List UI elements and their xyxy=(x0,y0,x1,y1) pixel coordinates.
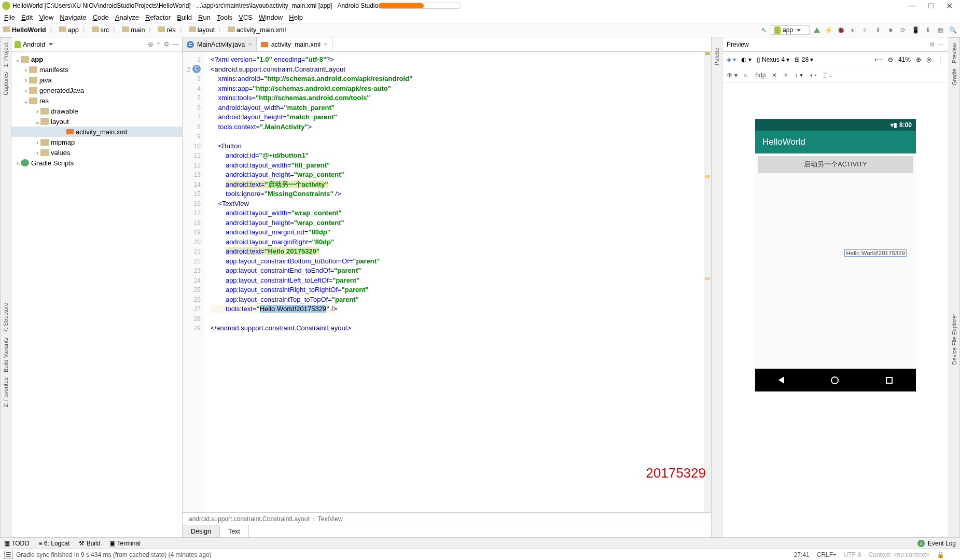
api-combo[interactable]: ⊞ 28 ▾ xyxy=(795,56,813,63)
crumb-item[interactable]: src xyxy=(92,26,109,34)
hide-icon[interactable]: — xyxy=(173,40,179,48)
menu-help[interactable]: Help xyxy=(289,13,303,21)
back-icon[interactable] xyxy=(778,376,784,384)
magnet-icon[interactable]: ⊾ xyxy=(744,72,749,79)
tree-row-activity-main-xml[interactable]: activity_main.xml xyxy=(11,127,182,137)
avd-manager-icon[interactable]: 📱 xyxy=(911,26,920,34)
menu-build[interactable]: Build xyxy=(177,13,192,21)
back-arrow-icon[interactable]: ↖ xyxy=(761,26,767,34)
menu-analyze[interactable]: Analyze xyxy=(115,13,139,21)
side-preview[interactable]: Preview xyxy=(951,43,957,63)
crumb-item[interactable]: main xyxy=(122,26,145,34)
tree-row-layout[interactable]: ⌄layout xyxy=(11,116,182,127)
encoding[interactable]: UTF-8 xyxy=(844,551,861,558)
side-device-explorer[interactable]: Device File Explorer xyxy=(951,314,957,365)
context[interactable]: Context: <no context> xyxy=(869,551,929,558)
locale-icon[interactable]: ›— xyxy=(874,56,883,63)
tool-build[interactable]: ⚒ Build xyxy=(79,540,100,547)
phone-button[interactable]: 启动另一个ACTIVITY xyxy=(758,156,913,173)
close-button[interactable]: ✕ xyxy=(946,1,953,11)
attach-debugger-icon[interactable]: ⬇ xyxy=(874,26,882,34)
menu-tools[interactable]: Tools xyxy=(217,13,232,21)
menu-code[interactable]: Code xyxy=(93,13,109,21)
crumb-item[interactable]: HelloWorld xyxy=(3,26,46,34)
crumb-item[interactable]: app xyxy=(59,26,79,34)
recent-icon[interactable] xyxy=(886,377,893,384)
maximize-button[interactable]: □ xyxy=(928,1,934,11)
crumb-item[interactable]: res xyxy=(158,26,175,34)
side-gradle[interactable]: Gradle xyxy=(951,68,957,86)
pack-icon[interactable]: ↕ ▾ xyxy=(795,72,802,79)
tree-row-java[interactable]: ›java xyxy=(11,75,182,85)
menu-navigate[interactable]: Navigate xyxy=(60,13,86,21)
menu-file[interactable]: File xyxy=(4,13,15,21)
run-button[interactable] xyxy=(814,27,820,33)
stop-icon[interactable]: ■ xyxy=(886,26,895,34)
crumb-node[interactable]: TextView xyxy=(318,515,343,523)
chevron-down-icon[interactable] xyxy=(49,43,53,46)
menu-refactor[interactable]: Refactor xyxy=(145,13,171,21)
tree-row-manifests[interactable]: ›manifests xyxy=(11,64,182,75)
editor-tab-activity-main-xml[interactable]: activity_main.xml× xyxy=(257,37,332,51)
orientation-icon[interactable]: ◐ ▾ xyxy=(741,56,751,63)
crumb-root[interactable]: android.support.constraint.ConstraintLay… xyxy=(189,515,310,523)
device-combo[interactable]: ▯ Nexus 4 ▾ xyxy=(757,56,790,63)
tree-row-gradle-scripts[interactable]: ›Gradle Scripts xyxy=(11,158,182,168)
home-icon[interactable] xyxy=(831,376,839,384)
sync-icon[interactable]: ⟳ xyxy=(899,26,907,34)
sdk-manager-icon[interactable]: ⬇ xyxy=(924,26,932,34)
menu-window[interactable]: Window xyxy=(259,13,283,21)
side-project[interactable]: 1: Project xyxy=(3,43,9,67)
side-favorites[interactable]: 2: Favorites xyxy=(3,377,9,407)
status-menu-icon[interactable]: ☰ xyxy=(4,551,13,559)
zoom-fit-icon[interactable]: ⊖ xyxy=(888,56,893,63)
tool-todo[interactable]: ▦ TODO xyxy=(4,540,30,547)
zoom-in-icon[interactable]: ⊕ xyxy=(916,56,921,63)
crumb-item[interactable]: layout xyxy=(189,26,215,34)
tree-row-drawable[interactable]: ›drawable xyxy=(11,106,182,116)
close-icon[interactable]: × xyxy=(324,40,328,48)
tree-row-generatedjava[interactable]: ›generatedJava xyxy=(11,85,182,95)
apply-changes-icon[interactable]: ⚡ xyxy=(824,26,832,34)
cursor-position[interactable]: 27:41 xyxy=(794,551,810,558)
tool-terminal[interactable]: ▣ Terminal xyxy=(109,540,140,547)
tree-row-res[interactable]: ⌄res xyxy=(11,95,182,106)
profile-icon[interactable]: ⏵ xyxy=(849,26,857,34)
tree-row-mipmap[interactable]: ›mipmap xyxy=(11,137,182,147)
menu-vcs[interactable]: VCS xyxy=(239,13,253,21)
menu-run[interactable]: Run xyxy=(198,13,211,21)
hide-icon[interactable]: — xyxy=(938,41,944,48)
eye-icon[interactable]: 👁 ▾ xyxy=(727,72,738,79)
event-log[interactable]: Event Log xyxy=(928,540,956,547)
side-build-variants[interactable]: Build Variants xyxy=(3,338,9,372)
preview-canvas[interactable]: ▾▮ 8:00 HelloWorld 启动另一个ACTIVITY Hello W… xyxy=(722,83,949,537)
minimize-button[interactable]: — xyxy=(908,1,916,11)
clear-constraints-icon[interactable]: ✕ xyxy=(772,72,777,79)
tree-row-values[interactable]: ›values xyxy=(11,147,182,158)
palette-label[interactable]: Palette xyxy=(714,48,720,65)
project-structure-icon[interactable]: ▦ xyxy=(936,26,944,34)
run-configuration-combo[interactable]: app xyxy=(771,25,810,35)
side-structure[interactable]: 7: Structure xyxy=(3,303,9,332)
debug-icon[interactable]: 🐞 xyxy=(837,26,845,34)
dp-value[interactable]: 8dp xyxy=(755,72,766,79)
tab-text[interactable]: Text xyxy=(220,525,249,537)
side-captures[interactable]: Captures xyxy=(3,72,9,95)
project-tree[interactable]: ⌄app›manifests›java›generatedJava⌄res›dr… xyxy=(11,52,182,537)
close-icon[interactable]: × xyxy=(248,40,252,48)
search-icon[interactable]: 🔍 xyxy=(949,26,957,34)
code-editor[interactable]: <?xml version="1.0" encoding="utf-8"?><a… xyxy=(204,52,704,512)
tool-logcat[interactable]: ≡ 6: Logcat xyxy=(39,540,70,547)
tab-design[interactable]: Design xyxy=(183,525,220,537)
phone-textview[interactable]: Hello World!20175329 xyxy=(844,249,907,257)
zoom-100-icon[interactable]: ◎ xyxy=(926,56,931,63)
scroll-from-source-icon[interactable]: ⊕ xyxy=(148,40,154,48)
guideline-icon[interactable]: ⌶ ▾ xyxy=(823,72,832,79)
profile2-icon[interactable]: ᯤ xyxy=(861,26,870,34)
project-scope[interactable]: Android xyxy=(23,41,45,48)
collapse-all-icon[interactable]: ÷ xyxy=(157,40,160,48)
layer-icon[interactable]: ◈ ▾ xyxy=(727,56,736,63)
tree-row-app[interactable]: ⌄app xyxy=(11,54,182,64)
settings-icon[interactable]: ⚙ xyxy=(929,41,935,48)
editor-tab-mainactivity-java[interactable]: CMainActivity.java× xyxy=(183,37,257,51)
